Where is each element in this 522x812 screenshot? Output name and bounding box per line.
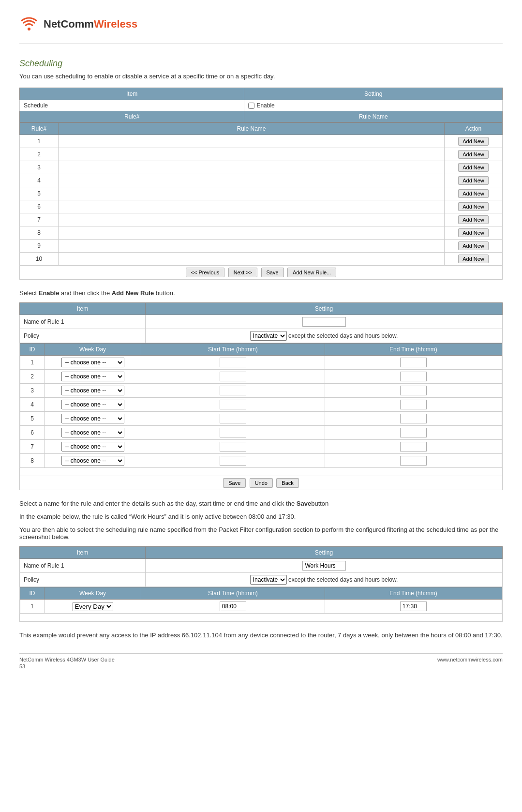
row-id: 7 xyxy=(20,440,45,454)
start-time-input[interactable] xyxy=(220,386,246,395)
rule-action-cell[interactable]: Add New xyxy=(445,161,503,174)
rule-action-cell[interactable]: Add New xyxy=(445,253,503,266)
rule-num: 10 xyxy=(20,253,59,266)
end-time-input[interactable] xyxy=(400,428,427,437)
end-time-input[interactable] xyxy=(400,442,427,451)
add-new-button[interactable]: Add New xyxy=(458,150,489,159)
weekday-select[interactable]: -- choose one -- Every Day Monday Tuesda… xyxy=(61,386,124,395)
row-end-cell[interactable] xyxy=(325,412,502,426)
rule-action-cell[interactable]: Add New xyxy=(445,135,503,148)
row-start-cell[interactable] xyxy=(141,412,325,426)
row-end-cell[interactable] xyxy=(325,426,502,440)
undo-button[interactable]: Undo xyxy=(250,478,273,488)
work-end-cell[interactable] xyxy=(325,600,502,614)
add-new-button[interactable]: Add New xyxy=(458,255,489,263)
policy-select[interactable]: Inactivate Activate xyxy=(250,331,287,341)
row-end-cell[interactable] xyxy=(325,440,502,454)
add-new-button[interactable]: Add New xyxy=(458,137,489,146)
rule-subheader-row: ID Week Day Start Time (hh:mm) End Time … xyxy=(20,343,503,476)
end-time-input[interactable] xyxy=(400,358,427,367)
row-weekday-cell[interactable]: -- choose one -- Every Day Monday Tuesda… xyxy=(45,426,141,440)
next-button[interactable]: Next >> xyxy=(228,268,258,277)
weekday-select[interactable]: -- choose one -- Every Day Monday Tuesda… xyxy=(61,456,124,466)
enable-checkbox[interactable] xyxy=(248,103,254,109)
rule-name-cell xyxy=(59,148,445,161)
row-start-cell[interactable] xyxy=(141,356,325,370)
row-weekday-cell[interactable]: -- choose one -- Every Day Monday Tuesda… xyxy=(45,384,141,398)
prev-button[interactable]: << Previous xyxy=(186,268,225,277)
row-weekday-cell[interactable]: -- choose one -- Every Day Monday Tuesda… xyxy=(45,398,141,412)
work-start-cell[interactable] xyxy=(141,600,325,614)
row-end-cell[interactable] xyxy=(325,356,502,370)
row-end-cell[interactable] xyxy=(325,398,502,412)
start-time-input[interactable] xyxy=(220,358,246,367)
end-time-input[interactable] xyxy=(400,372,427,381)
add-new-rule-button[interactable]: Add New Rule... xyxy=(287,268,336,277)
start-time-input[interactable] xyxy=(220,428,246,437)
weekday-select[interactable]: -- choose one -- Every Day Monday Tuesda… xyxy=(61,414,124,423)
row-start-cell[interactable] xyxy=(141,426,325,440)
add-new-button[interactable]: Add New xyxy=(458,189,489,198)
rule-action-cell[interactable]: Add New xyxy=(445,240,503,253)
row-start-cell[interactable] xyxy=(141,454,325,468)
row-start-cell[interactable] xyxy=(141,370,325,384)
end-time-input[interactable] xyxy=(400,456,427,466)
work-name-value-cell[interactable] xyxy=(146,559,503,573)
add-new-button[interactable]: Add New xyxy=(458,215,489,224)
weekday-select[interactable]: -- choose one -- Every Day Monday Tuesda… xyxy=(61,400,124,409)
rule-name-cell xyxy=(59,135,445,148)
row-weekday-cell[interactable]: -- choose one -- Every Day Monday Tuesda… xyxy=(45,454,141,468)
end-time-input[interactable] xyxy=(400,386,427,395)
row-end-cell[interactable] xyxy=(325,384,502,398)
add-new-button[interactable]: Add New xyxy=(458,176,489,185)
rule-action-cell[interactable]: Add New xyxy=(445,213,503,226)
rule-editor-row: 8 -- choose one -- Every Day Monday Tues… xyxy=(20,454,502,468)
row-start-cell[interactable] xyxy=(141,398,325,412)
rule-action-cell[interactable]: Add New xyxy=(445,226,503,240)
start-time-input[interactable] xyxy=(220,442,246,451)
row-end-cell[interactable] xyxy=(325,370,502,384)
add-new-button[interactable]: Add New xyxy=(458,163,489,172)
footer-left: NetComm Wireless 4GM3W User Guide xyxy=(19,657,115,662)
save-button-2[interactable]: Save xyxy=(223,478,246,488)
add-new-button[interactable]: Add New xyxy=(458,228,489,237)
schedule-enable-row: Schedule Enable xyxy=(20,100,503,111)
work-start-input[interactable] xyxy=(220,601,246,611)
save-button-1[interactable]: Save xyxy=(261,268,284,277)
row-weekday-cell[interactable]: -- choose one -- Every Day Monday Tuesda… xyxy=(45,412,141,426)
start-time-input[interactable] xyxy=(220,414,246,423)
rule-action-cell[interactable]: Add New xyxy=(445,200,503,213)
work-weekday-cell[interactable]: Every Day Monday Tuesday xyxy=(45,600,141,614)
row-end-cell[interactable] xyxy=(325,454,502,468)
enable-checkbox-label[interactable]: Enable xyxy=(248,102,498,109)
start-time-input[interactable] xyxy=(220,456,246,466)
row-start-cell[interactable] xyxy=(141,440,325,454)
rule-editor-table: Item Setting Name of Rule 1 Policy Inact… xyxy=(19,302,503,490)
weekday-select[interactable]: -- choose one -- Every Day Monday Tuesda… xyxy=(61,428,124,437)
work-policy-select[interactable]: Inactivate Activate xyxy=(250,575,287,585)
wifi-icon xyxy=(19,15,39,34)
weekday-select[interactable]: -- choose one -- Every Day Monday Tuesda… xyxy=(61,372,124,381)
row-weekday-cell[interactable]: -- choose one -- Every Day Monday Tuesda… xyxy=(45,370,141,384)
weekday-select[interactable]: -- choose one -- Every Day Monday Tuesda… xyxy=(61,358,124,367)
work-name-input[interactable] xyxy=(302,561,346,571)
back-button[interactable]: Back xyxy=(276,478,298,488)
start-time-input[interactable] xyxy=(220,400,246,409)
add-new-button[interactable]: Add New xyxy=(458,241,489,250)
end-time-input[interactable] xyxy=(400,400,427,409)
name-rule-input-cell[interactable] xyxy=(146,315,503,329)
rule-name-input[interactable] xyxy=(302,317,346,327)
add-new-button[interactable]: Add New xyxy=(458,202,489,211)
work-end-input[interactable] xyxy=(400,601,427,611)
rule-header-row: Rule# Rule Name xyxy=(20,111,503,122)
end-time-input[interactable] xyxy=(400,414,427,423)
rule-action-cell[interactable]: Add New xyxy=(445,148,503,161)
rule-action-cell[interactable]: Add New xyxy=(445,187,503,200)
weekday-select[interactable]: -- choose one -- Every Day Monday Tuesda… xyxy=(61,442,124,451)
rule-action-cell[interactable]: Add New xyxy=(445,174,503,187)
row-weekday-cell[interactable]: -- choose one -- Every Day Monday Tuesda… xyxy=(45,440,141,454)
row-weekday-cell[interactable]: -- choose one -- Every Day Monday Tuesda… xyxy=(45,356,141,370)
work-weekday-select[interactable]: Every Day Monday Tuesday xyxy=(73,602,113,611)
row-start-cell[interactable] xyxy=(141,384,325,398)
start-time-input[interactable] xyxy=(220,372,246,381)
